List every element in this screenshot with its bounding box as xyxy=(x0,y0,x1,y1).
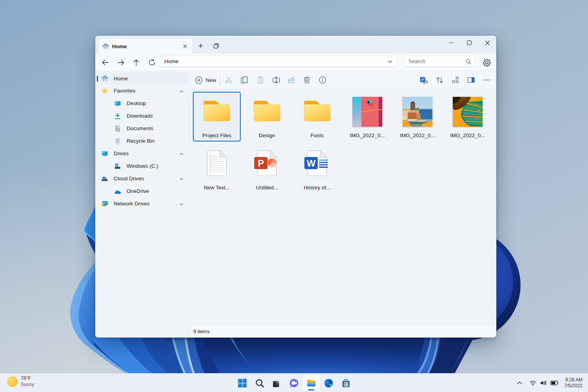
svg-text:W: W xyxy=(307,158,316,169)
svg-text:P: P xyxy=(258,158,264,169)
